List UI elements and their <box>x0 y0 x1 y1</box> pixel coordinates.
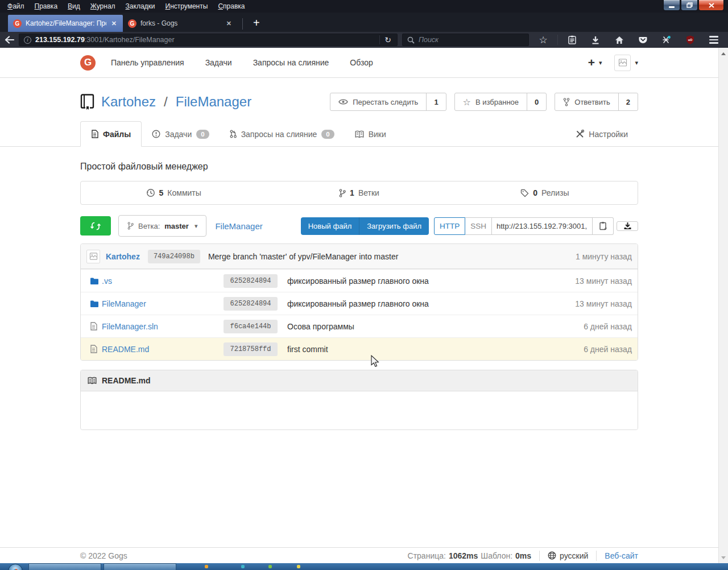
menu-help[interactable]: Справка <box>213 1 250 12</box>
repo-path-link[interactable]: FileManager <box>215 221 262 231</box>
start-button[interactable] <box>8 564 23 570</box>
fork-count[interactable]: 2 <box>618 93 638 110</box>
ssh-protocol-button[interactable]: SSH <box>465 217 492 235</box>
menu-history[interactable]: Журнал <box>85 1 121 12</box>
clone-url-input[interactable] <box>492 217 593 235</box>
branches-link[interactable]: 1Ветки <box>266 181 452 204</box>
user-avatar[interactable] <box>614 55 631 71</box>
new-file-button[interactable]: Новый файл <box>301 217 359 235</box>
file-link[interactable]: README.md <box>102 345 149 354</box>
menu-edit[interactable]: Правка <box>30 1 63 12</box>
file-link[interactable]: .vs <box>102 276 112 286</box>
minimize-button[interactable] <box>663 0 680 11</box>
menu-view[interactable]: Вид <box>63 1 85 12</box>
tab-wiki[interactable]: Вики <box>345 121 396 147</box>
commit-hash-badge[interactable]: 7218758ffd <box>224 342 278 356</box>
nav-issues[interactable]: Задачи <box>205 58 232 67</box>
nav-dashboard[interactable]: Панель управления <box>111 58 184 67</box>
reload-button[interactable]: ↻ <box>380 35 396 44</box>
bookmark-star-button[interactable]: ☆ <box>533 33 553 47</box>
taskbar-icon[interactable] <box>297 565 300 568</box>
gogs-logo-icon[interactable]: G <box>80 55 96 71</box>
http-protocol-button[interactable]: HTTP <box>434 217 465 235</box>
files-table: Kartohez 749a24098b Merge branch 'master… <box>80 243 638 361</box>
chevron-down-icon[interactable]: ▾ <box>635 59 638 67</box>
taskbar-button[interactable] <box>104 563 176 570</box>
download-archive-button[interactable] <box>617 221 638 231</box>
star-button[interactable]: ☆ В избранное <box>455 93 527 110</box>
url-host: 213.155.192.79 <box>35 36 85 44</box>
nav-pull-requests[interactable]: Запросы на слияние <box>253 58 329 67</box>
fork-button[interactable]: Ответвить <box>555 93 618 110</box>
releases-link[interactable]: 0Релизы <box>452 181 638 204</box>
taskbar-button[interactable] <box>28 563 101 570</box>
search-box[interactable] <box>402 34 529 46</box>
upload-file-button[interactable]: Загрузить файл <box>359 217 429 235</box>
new-tab-button[interactable]: + <box>247 17 266 32</box>
tab-settings[interactable]: Настройки <box>565 121 638 147</box>
tab-close-icon[interactable]: ✕ <box>110 20 118 27</box>
menu-tools[interactable]: Инструменты <box>160 1 213 12</box>
repo-separator: / <box>164 94 168 110</box>
ublock-button[interactable]: uO <box>681 33 700 47</box>
back-button[interactable] <box>5 36 14 44</box>
branch-name: master <box>164 222 189 230</box>
file-link[interactable]: FileManager.sln <box>102 322 158 331</box>
chevron-down-icon[interactable]: ▾ <box>599 59 602 67</box>
commit-hash-badge[interactable]: 749a24098b <box>148 250 200 263</box>
wiki-book-icon <box>355 130 364 138</box>
website-link[interactable]: Веб-сайт <box>605 551 638 560</box>
scroll-up-button[interactable] <box>719 49 728 58</box>
commits-link[interactable]: 5Коммиты <box>81 181 266 204</box>
pocket-button[interactable] <box>634 33 653 47</box>
tab-close-icon[interactable]: ✕ <box>225 20 233 27</box>
scroll-down-button[interactable] <box>719 553 728 562</box>
copy-url-button[interactable] <box>593 217 614 235</box>
latest-commit-row: Kartohez 749a24098b Merge branch 'master… <box>81 244 638 269</box>
star-count[interactable]: 0 <box>527 93 546 110</box>
watch-count[interactable]: 1 <box>426 93 445 110</box>
restore-button[interactable] <box>681 0 698 11</box>
commit-hash-badge[interactable]: 6252824894 <box>224 297 278 311</box>
nav-explore[interactable]: Обзор <box>350 58 373 67</box>
browser-tab-active[interactable]: G Kartohez/FileManager: Прос ✕ <box>8 15 123 32</box>
menu-file[interactable]: Файл <box>2 1 30 12</box>
commit-author-avatar[interactable] <box>86 250 100 263</box>
repo-owner-link[interactable]: Kartohez <box>101 94 156 110</box>
fork-button-group: Ответвить 2 <box>555 93 638 111</box>
page-footer: © 2022 Gogs Страница: 1062ms Шаблон: 0ms… <box>0 547 718 563</box>
home-button[interactable] <box>610 33 629 47</box>
search-input[interactable] <box>419 36 504 44</box>
compare-button[interactable] <box>80 216 111 236</box>
commit-message: Осова программы <box>287 322 584 331</box>
menu-bookmarks[interactable]: Закладки <box>121 1 160 12</box>
tab-pull-requests[interactable]: Запросы на слияние 0 <box>220 121 345 147</box>
taskbar-icon[interactable] <box>205 565 208 568</box>
language-dropdown[interactable]: русский <box>548 551 588 560</box>
page-scrollbar[interactable] <box>718 48 728 563</box>
file-link[interactable]: FileManager <box>102 299 146 308</box>
close-button[interactable] <box>698 0 724 11</box>
taskbar-icon[interactable] <box>268 565 272 568</box>
extension-button[interactable] <box>657 33 676 47</box>
tab-issues[interactable]: Задачи 0 <box>142 121 219 147</box>
commit-hash-badge[interactable]: 6252824894 <box>224 274 278 288</box>
downloads-button[interactable] <box>586 33 605 47</box>
repo-name-link[interactable]: FileManager <box>176 94 251 110</box>
browser-tab-2[interactable]: G forks - Gogs ✕ <box>123 15 238 32</box>
reading-list-button[interactable] <box>562 33 582 47</box>
commit-author-link[interactable]: Kartohez <box>106 252 140 261</box>
url-bar[interactable]: i 213.155.192.79:3001/Kartohez/FileManag… <box>19 34 398 46</box>
branch-dropdown[interactable]: Ветка: master ▾ <box>118 215 206 237</box>
commit-hash-badge[interactable]: f6ca4e144b <box>224 320 278 333</box>
search-icon <box>407 36 415 44</box>
unwatch-button[interactable]: Перестать следить <box>330 93 426 110</box>
create-new-button[interactable]: + <box>588 56 595 69</box>
taskbar-icon[interactable] <box>241 565 245 568</box>
tab-files[interactable]: Файлы <box>80 121 142 147</box>
repo-title: Kartohez / FileManager <box>80 94 251 110</box>
menu-button[interactable] <box>704 33 723 47</box>
toolbar-divider <box>557 35 558 45</box>
site-info-icon[interactable]: i <box>24 36 31 44</box>
table-row: .vs 6252824894 фиксированный размер глав… <box>81 269 638 292</box>
